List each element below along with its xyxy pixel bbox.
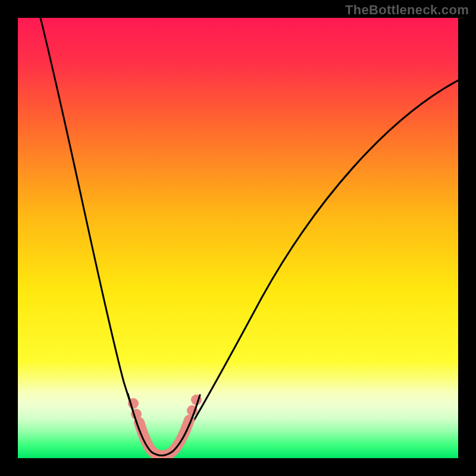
chart-frame: TheBottleneck.com <box>0 0 476 476</box>
bottleneck-curve-plot <box>18 18 458 458</box>
watermark-text: TheBottleneck.com <box>345 2 469 18</box>
gradient-background <box>18 18 458 458</box>
